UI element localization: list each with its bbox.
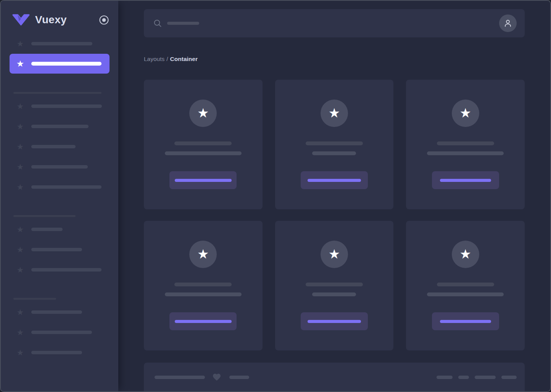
- card-title-skeleton: [306, 141, 363, 145]
- footer-text-skeleton: [229, 376, 249, 379]
- content-card: ★: [275, 80, 394, 209]
- card-button-skeleton[interactable]: [301, 312, 368, 330]
- star-icon: ★: [16, 122, 25, 130]
- brand-title: Vuexy: [35, 14, 99, 26]
- sidebar-section-divider: [13, 215, 76, 217]
- card-avatar: ★: [189, 100, 217, 127]
- card-button-skeleton[interactable]: [169, 171, 237, 189]
- sidebar-header: Vuexy: [1, 1, 118, 26]
- card-title-skeleton: [174, 283, 232, 286]
- breadcrumb-link-layouts[interactable]: Layouts: [144, 56, 164, 62]
- card-avatar: ★: [321, 241, 348, 268]
- sidebar-item[interactable]: ★: [10, 219, 110, 239]
- star-icon: ★: [16, 328, 25, 336]
- button-label-skeleton: [440, 320, 491, 323]
- menu-pin-toggle-icon[interactable]: [99, 15, 109, 25]
- global-search-input[interactable]: [144, 9, 525, 37]
- card-subtitle-skeleton: [312, 151, 356, 155]
- sidebar-item[interactable]: ★: [10, 157, 110, 177]
- sidebar-item[interactable]: ★: [10, 177, 110, 197]
- card-button-skeleton[interactable]: [432, 312, 499, 330]
- card-title-skeleton: [437, 283, 494, 286]
- menu-label-skeleton: [31, 125, 89, 128]
- card-subtitle-skeleton: [427, 292, 504, 296]
- star-icon: ★: [16, 349, 25, 357]
- star-icon: ★: [16, 225, 25, 233]
- vuexy-logo-icon: [12, 14, 30, 26]
- star-icon: ★: [329, 106, 340, 120]
- sidebar-item[interactable]: ★: [10, 137, 110, 156]
- card-subtitle-skeleton: [312, 292, 356, 296]
- star-icon: ★: [459, 247, 471, 262]
- sidebar-item[interactable]: ★: [10, 96, 110, 116]
- card-subtitle-skeleton: [427, 151, 504, 155]
- page-footer: [144, 363, 525, 392]
- card-avatar: ★: [452, 100, 479, 127]
- content-card: ★: [144, 221, 263, 350]
- star-icon: ★: [16, 246, 25, 254]
- button-label-skeleton: [308, 179, 361, 182]
- heart-icon: [212, 373, 222, 382]
- sidebar-item[interactable]: ★: [10, 260, 110, 280]
- star-icon: ★: [16, 143, 25, 151]
- star-icon: ★: [16, 308, 25, 316]
- star-icon: ★: [459, 106, 471, 120]
- menu-label-skeleton: [31, 165, 88, 169]
- footer-link-skeleton: [475, 376, 496, 379]
- cards-grid: ★★★★★★: [144, 80, 525, 350]
- card-button-skeleton[interactable]: [301, 171, 368, 189]
- star-icon: ★: [329, 247, 340, 262]
- sidebar-item[interactable]: ★: [10, 322, 110, 342]
- card-avatar: ★: [452, 241, 479, 268]
- content-card: ★: [406, 221, 525, 350]
- button-label-skeleton: [175, 320, 232, 323]
- sidebar-item[interactable]: ★: [10, 34, 110, 53]
- breadcrumb: Layouts/Container: [144, 56, 525, 63]
- button-label-skeleton: [308, 320, 361, 323]
- menu-label-skeleton: [31, 268, 102, 272]
- star-icon: ★: [16, 59, 25, 68]
- breadcrumb-current: Container: [170, 56, 198, 62]
- card-avatar: ★: [321, 100, 348, 127]
- menu-label-skeleton: [31, 248, 82, 251]
- content-card: ★: [406, 80, 525, 209]
- sidebar-item[interactable]: ★: [10, 239, 110, 259]
- card-avatar: ★: [189, 241, 217, 268]
- content-card: ★: [144, 80, 263, 209]
- star-icon: ★: [16, 163, 25, 171]
- menu-label-skeleton: [31, 331, 92, 334]
- menu-label-skeleton: [31, 104, 102, 108]
- menu-label-skeleton: [31, 42, 92, 45]
- sidebar-item[interactable]: ★: [10, 116, 110, 136]
- footer-links: [437, 376, 517, 379]
- card-title-skeleton: [306, 283, 363, 286]
- search-icon: [153, 19, 162, 28]
- card-subtitle-skeleton: [165, 292, 242, 296]
- app-window: Vuexy ★★★★★★★★★★★★★: [0, 0, 551, 392]
- user-avatar-button[interactable]: [499, 14, 517, 32]
- sidebar-section-divider: [13, 298, 56, 300]
- main-content: Layouts/Container ★★★★★★: [118, 1, 550, 391]
- card-title-skeleton: [174, 141, 232, 145]
- menu-label-skeleton: [31, 62, 102, 66]
- card-button-skeleton[interactable]: [432, 171, 499, 189]
- menu-label-skeleton: [31, 185, 102, 189]
- star-icon: ★: [197, 247, 209, 262]
- button-label-skeleton: [175, 179, 232, 182]
- star-icon: ★: [16, 183, 25, 191]
- menu-label-skeleton: [31, 351, 82, 354]
- sidebar-item[interactable]: ★: [10, 342, 110, 362]
- card-title-skeleton: [437, 141, 494, 145]
- card-subtitle-skeleton: [165, 151, 242, 155]
- sidebar-item-active[interactable]: ★: [10, 54, 110, 74]
- footer-link-skeleton: [437, 376, 453, 379]
- card-button-skeleton[interactable]: [169, 312, 237, 330]
- sidebar: Vuexy ★★★★★★★★★★★★★: [1, 1, 118, 391]
- star-icon: ★: [197, 106, 209, 120]
- search-placeholder-skeleton: [167, 22, 199, 25]
- footer-link-skeleton: [501, 376, 517, 379]
- menu-label-skeleton: [31, 228, 63, 231]
- footer-link-skeleton: [458, 376, 469, 379]
- sidebar-item[interactable]: ★: [10, 302, 110, 322]
- footer-text-skeleton: [155, 376, 205, 379]
